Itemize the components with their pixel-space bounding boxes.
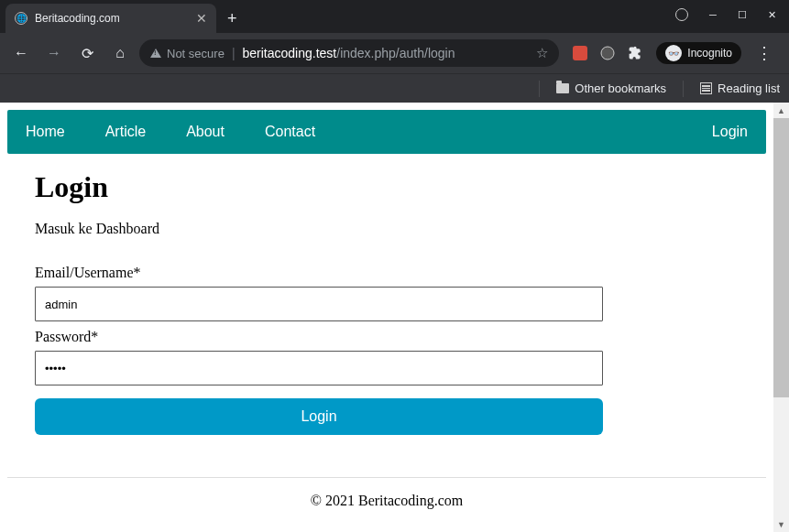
nav-home-button[interactable]: ⌂ — [106, 39, 134, 67]
address-bar: ← → ⟳ ⌂ Not secure | beritacoding.test/i… — [0, 33, 789, 73]
extension-icon-1[interactable] — [572, 45, 588, 61]
tab-title: Beritacoding.com — [35, 12, 189, 25]
separator — [539, 81, 540, 97]
viewport: Home Article About Contact Login Login M… — [0, 103, 789, 532]
reading-list-label: Reading list — [718, 81, 780, 95]
window-maximize-button[interactable]: ☐ — [729, 4, 756, 26]
page-title: Login — [35, 170, 739, 204]
close-tab-icon[interactable]: ✕ — [196, 11, 207, 26]
footer-text: © 2021 Beritacoding.com — [311, 493, 463, 508]
window-minimize-button[interactable]: ─ — [699, 4, 727, 26]
nav-link-about[interactable]: About — [186, 124, 245, 140]
new-tab-button[interactable]: + — [216, 4, 248, 33]
extension-icon-2[interactable] — [599, 45, 616, 61]
list-icon — [700, 82, 712, 94]
extension-icons — [564, 45, 651, 61]
separator — [683, 81, 684, 97]
nav-link-home[interactable]: Home — [26, 124, 85, 140]
svg-rect-0 — [573, 46, 587, 60]
email-label: Email/Username* — [35, 265, 603, 281]
email-field[interactable] — [35, 287, 603, 321]
password-label: Password* — [35, 329, 603, 345]
nav-link-article[interactable]: Article — [105, 124, 166, 140]
nav-forward-button[interactable]: → — [40, 39, 68, 67]
page-subtitle: Masuk ke Dashboard — [35, 221, 739, 237]
login-section: Login Masuk ke Dashboard Email/Username*… — [7, 154, 766, 451]
incognito-badge[interactable]: 👓 Incognito — [656, 42, 741, 64]
login-button[interactable]: Login — [35, 398, 603, 435]
browser-menu-button[interactable]: ⋮ — [747, 43, 782, 63]
omnibox[interactable]: Not secure | beritacoding.test/index.php… — [139, 39, 559, 67]
folder-icon — [556, 83, 569, 93]
password-field[interactable] — [35, 351, 603, 385]
scroll-up-arrow-icon[interactable]: ▲ — [773, 103, 789, 118]
window-controls: ─ ☐ ✕ — [675, 4, 785, 26]
security-label: Not secure — [167, 47, 225, 60]
bookmarks-bar: Other bookmarks Reading list — [0, 73, 789, 103]
browser-tab[interactable]: 🌐 Beritacoding.com ✕ — [5, 4, 216, 33]
other-bookmarks-button[interactable]: Other bookmarks — [556, 81, 666, 95]
url-text: beritacoding.test/index.php/auth/login — [243, 46, 455, 60]
reading-list-button[interactable]: Reading list — [700, 81, 780, 95]
globe-icon: 🌐 — [15, 12, 27, 25]
site-footer: © 2021 Beritacoding.com — [7, 477, 766, 524]
extensions-puzzle-icon[interactable] — [627, 45, 643, 61]
security-indicator[interactable]: Not secure — [150, 47, 225, 60]
bookmark-star-icon[interactable]: ☆ — [536, 45, 548, 61]
warning-icon — [150, 49, 161, 58]
browser-tab-strip: 🌐 Beritacoding.com ✕ + ─ ☐ ✕ — [0, 0, 789, 33]
other-bookmarks-label: Other bookmarks — [575, 81, 666, 95]
svg-point-1 — [601, 47, 614, 60]
window-close-button[interactable]: ✕ — [758, 4, 785, 26]
nav-link-contact[interactable]: Contact — [265, 124, 335, 140]
site-navbar: Home Article About Contact Login — [7, 110, 766, 154]
scrollbar-thumb[interactable] — [773, 118, 789, 397]
nav-link-login[interactable]: Login — [712, 124, 748, 140]
scroll-down-arrow-icon[interactable]: ▼ — [773, 516, 789, 532]
nav-reload-button[interactable]: ⟳ — [73, 39, 101, 67]
account-circle-icon[interactable] — [675, 8, 688, 21]
nav-back-button[interactable]: ← — [7, 39, 35, 67]
vertical-scrollbar[interactable]: ▲ ▼ — [773, 103, 789, 532]
incognito-label: Incognito — [687, 47, 732, 60]
incognito-icon: 👓 — [665, 45, 682, 61]
